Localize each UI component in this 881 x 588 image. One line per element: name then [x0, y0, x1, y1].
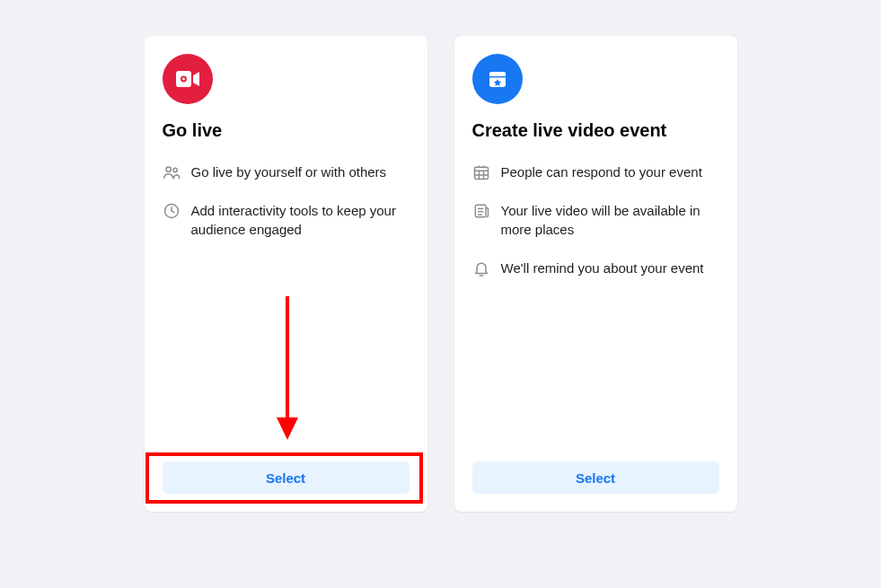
- card-title: Create live video event: [472, 120, 719, 141]
- feature-item: People can respond to your event: [472, 162, 719, 181]
- feature-item: We'll remind you about your event: [472, 259, 719, 277]
- people-icon: [163, 163, 181, 181]
- feature-text: We'll remind you about your event: [501, 259, 704, 277]
- card-go-live: Go live Go live by yourself or with othe…: [145, 36, 427, 512]
- svg-point-2: [182, 78, 185, 81]
- go-live-select-button[interactable]: Select: [163, 461, 410, 494]
- svg-rect-7: [489, 72, 506, 76]
- feature-item: Add interactivity tools to keep your aud…: [163, 201, 410, 239]
- calendar-icon: [472, 163, 490, 181]
- feature-text: People can respond to your event: [501, 162, 702, 181]
- svg-point-3: [166, 167, 171, 171]
- calendar-star-icon: [472, 54, 523, 104]
- feature-list: Go live by yourself or with others Add i…: [163, 162, 410, 239]
- feature-list: People can respond to your event Your li…: [472, 162, 719, 277]
- feature-item: Your live video will be available in mor…: [472, 201, 719, 239]
- create-event-select-button[interactable]: Select: [472, 461, 719, 494]
- clock-icon: [163, 202, 181, 220]
- feature-text: Add interactivity tools to keep your aud…: [191, 201, 410, 239]
- feature-text: Your live video will be available in mor…: [501, 201, 719, 239]
- svg-rect-8: [489, 76, 506, 77]
- video-camera-icon: [163, 54, 213, 104]
- feature-item: Go live by yourself or with others: [163, 162, 410, 181]
- svg-rect-9: [474, 167, 488, 179]
- bell-icon: [472, 259, 490, 277]
- card-title: Go live: [163, 120, 410, 141]
- feature-text: Go live by yourself or with others: [191, 162, 387, 181]
- card-create-event: Create live video event People can respo…: [454, 36, 737, 512]
- svg-point-4: [173, 168, 177, 171]
- news-icon: [472, 202, 490, 220]
